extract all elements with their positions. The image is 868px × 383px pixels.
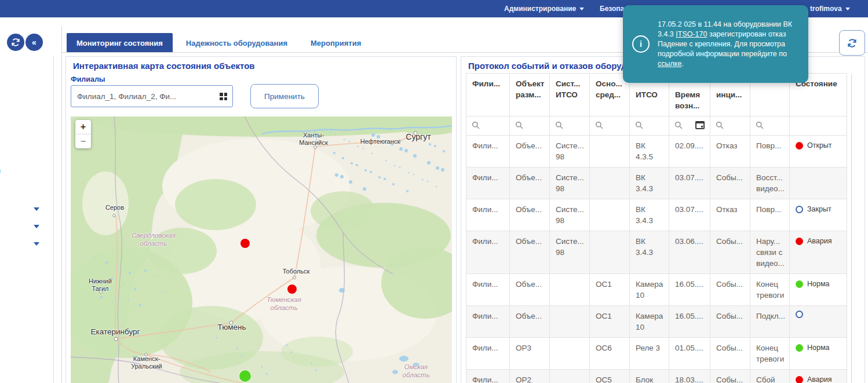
tab-monitoring[interactable]: Мониторинг состояния [67, 33, 173, 53]
table-cell: 03.06.... [669, 231, 710, 274]
table-cell: ОР3 [510, 338, 550, 370]
branches-label: Филиалы [71, 75, 105, 83]
table-cell: Фили... [466, 306, 510, 338]
status-badge: Авария [796, 374, 841, 383]
map-zoom-control: + − [75, 120, 91, 148]
status-cell: Авария [790, 231, 847, 274]
map-marker-normal[interactable] [239, 370, 251, 382]
table-cell: Камера 10 [630, 306, 669, 338]
column-header-label: Сист... ИТСО [556, 78, 583, 100]
cell-text: ВК 3.4.3 [636, 204, 663, 226]
calendar-icon[interactable] [695, 121, 705, 129]
rail-divider [53, 56, 54, 383]
column-filter[interactable] [710, 116, 750, 136]
table-cell: 18.03.... [669, 370, 710, 383]
table-row[interactable]: Фили...Объе...Систе... 98ВК 3.4.303.07..… [466, 167, 847, 199]
status-cell: Открыт [790, 136, 847, 167]
tab-label: Надежность оборудования [186, 39, 287, 48]
table-row[interactable]: Фили...Объе...Систе... 98ВК 3.4.303.06..… [466, 231, 847, 274]
table-cell: Фили... [466, 274, 510, 306]
events-panel: Протокол событий и отказов оборудования … [461, 56, 865, 383]
zoom-out-button[interactable]: − [75, 134, 91, 148]
status-badge: Открыт [796, 140, 841, 151]
tab-reliability[interactable]: Надежность оборудования [176, 33, 297, 53]
search-icon[interactable] [555, 121, 563, 129]
cell-text: Фили... [472, 172, 504, 183]
cell-text: Реле 3 [636, 342, 663, 353]
table-row[interactable]: Фили...Объе...Систе... 98ВК 4.3.502.09..… [466, 136, 847, 167]
table-cell: Объе... [510, 136, 550, 167]
search-icon[interactable] [515, 121, 523, 129]
tab-label: Мероприятия [311, 39, 361, 48]
tab-label: Мониторинг состояния [76, 39, 163, 48]
cell-text: Систе... 98 [556, 204, 583, 226]
table-row[interactable]: Фили...ОР2ОС5Блок питания18.03....Собы..… [466, 370, 847, 383]
sidebar-refresh-button[interactable] [7, 34, 24, 51]
search-icon[interactable] [595, 121, 603, 129]
column-header[interactable]: Фили... [466, 74, 510, 116]
column-filter[interactable] [590, 116, 630, 136]
table-cell: Систе... 98 [550, 231, 590, 274]
events-table: Фили...Объект разм...Сист... ИТСООсно...… [466, 73, 847, 383]
table-cell [550, 274, 590, 306]
table-row[interactable]: Фили...ОР3ОС6Реле 301.05....Собы...Конец… [466, 338, 847, 370]
status-dot-icon [796, 142, 803, 149]
cell-text: Повр... [756, 204, 783, 215]
table-row[interactable]: Фили...Объе...ОС1Камера 1016.05....Собы.… [466, 306, 847, 338]
table-row[interactable]: Фили...Объе...Систе... 98ВК 3.4.303.07..… [466, 199, 847, 231]
zoom-in-button[interactable]: + [75, 120, 91, 134]
refresh-table-button[interactable] [839, 30, 865, 56]
chevron-down-icon[interactable] [34, 225, 39, 228]
user-menu[interactable]: trofimova [810, 0, 850, 17]
collapse-panel-button[interactable]: « [25, 34, 43, 51]
column-filter[interactable] [630, 116, 669, 136]
menu-administration[interactable]: Администрирование [504, 0, 584, 17]
branches-input[interactable] [71, 85, 233, 107]
chevron-down-icon[interactable] [34, 207, 39, 211]
cell-text: 18.03.... [675, 374, 704, 383]
refresh-icon [11, 38, 20, 47]
cell-text: Собы... [716, 374, 744, 383]
cell-text: Фили... [472, 140, 504, 151]
search-icon[interactable] [635, 121, 643, 129]
tab-activities[interactable]: Мероприятия [301, 33, 371, 53]
table-cell: Объе... [510, 199, 550, 231]
status-label: Открыт [807, 140, 832, 151]
table-cell: Восст... видео... [750, 167, 790, 199]
cell-text: 03.07.... [675, 204, 704, 215]
table-row[interactable]: Фили...Объе...ОС1Камера 1016.05....Собы.… [466, 274, 847, 306]
column-filter[interactable] [510, 116, 550, 136]
search-icon[interactable] [756, 121, 764, 129]
cell-text: Фили... [472, 342, 504, 353]
grid-icon[interactable] [220, 93, 227, 100]
status-badge: Закрыт [796, 204, 841, 215]
apply-button[interactable]: Применить [250, 84, 319, 108]
interactive-map[interactable]: Ханты- МансийскНефтеюганскСургутСеровСве… [71, 116, 452, 383]
equipment-link[interactable]: ITSO-170 [676, 30, 707, 38]
table-cell: Систе... 98 [550, 167, 590, 199]
details-link[interactable]: ссылке [658, 60, 681, 68]
search-icon[interactable] [674, 121, 683, 129]
scrollbar-track[interactable] [851, 74, 852, 383]
map-marker-alarm[interactable] [240, 239, 250, 248]
chevron-down-icon[interactable] [34, 242, 39, 246]
table-cell [550, 306, 590, 338]
search-icon[interactable] [472, 121, 480, 129]
column-filter[interactable] [466, 116, 510, 136]
column-filter[interactable] [669, 116, 710, 136]
status-badge: Норма [796, 342, 841, 353]
cell-text: ОС5 [596, 374, 623, 383]
cell-text: Собы... [716, 342, 744, 353]
column-filter[interactable] [550, 116, 590, 136]
cell-text: Собы... [716, 172, 744, 183]
column-header[interactable]: Объект разм... [510, 74, 550, 116]
map-marker-alarm[interactable] [287, 284, 297, 294]
column-header[interactable]: Сист... ИТСО [550, 74, 590, 116]
info-icon: i [632, 35, 650, 53]
status-dot-icon [796, 238, 803, 245]
cell-text: Нару... связи с видео... [756, 236, 783, 269]
cell-text: Систе... 98 [556, 236, 583, 258]
column-filter[interactable] [750, 116, 790, 136]
status-cell [790, 167, 847, 199]
search-icon[interactable] [716, 121, 724, 129]
